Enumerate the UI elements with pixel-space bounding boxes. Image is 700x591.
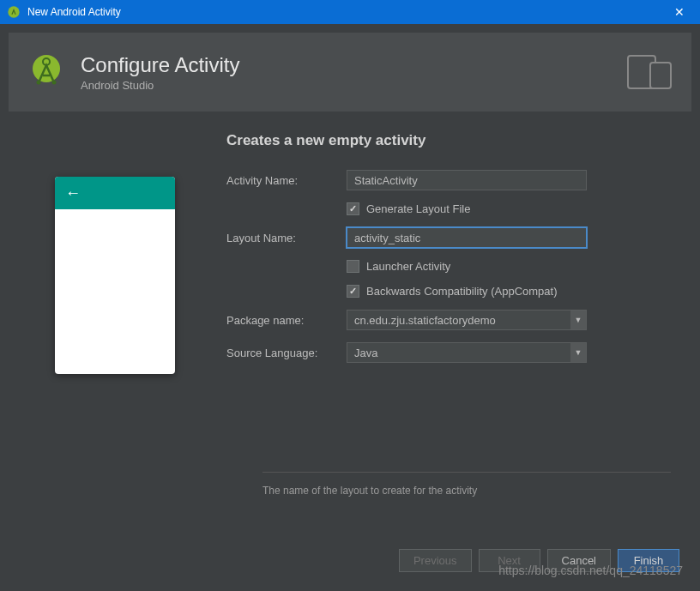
dialog-body: Configure Activity Android Studio ← Crea…	[0, 24, 700, 591]
hint-text: The name of the layout to create for the…	[262, 485, 671, 497]
package-name-value: cn.edu.zju.staticfactorydemo	[354, 314, 496, 327]
phone-preview-appbar: ←	[55, 177, 175, 209]
chevron-down-icon: ▼	[570, 343, 586, 362]
activity-name-input[interactable]	[347, 170, 587, 190]
finish-button[interactable]: Finish	[618, 549, 679, 572]
backwards-compat-label: Backwards Compatibility (AppCompat)	[366, 285, 558, 298]
layout-name-input[interactable]	[347, 227, 587, 248]
page-title: Configure Activity	[81, 53, 626, 77]
hint-section: The name of the layout to create for the…	[262, 472, 671, 497]
section-title: Creates a new empty activity	[226, 132, 671, 149]
dialog-header: Configure Activity Android Studio	[9, 33, 691, 112]
svg-point-2	[37, 81, 41, 85]
cancel-button[interactable]: Cancel	[547, 549, 611, 572]
generate-layout-checkbox[interactable]	[347, 202, 359, 215]
layout-name-label: Layout Name:	[226, 232, 347, 244]
package-name-label: Package name:	[226, 314, 347, 327]
package-name-select[interactable]: cn.edu.zju.staticfactorydemo ▼	[347, 310, 587, 330]
android-studio-logo-icon	[26, 51, 67, 93]
backwards-compat-checkbox[interactable]	[347, 285, 359, 298]
svg-rect-5	[650, 63, 671, 88]
svg-point-0	[8, 6, 19, 17]
source-language-label: Source Language:	[226, 347, 347, 359]
close-icon[interactable]: ✕	[666, 5, 693, 19]
titlebar: New Android Activity ✕	[0, 0, 700, 24]
android-studio-icon	[7, 5, 21, 19]
activity-name-label: Activity Name:	[226, 174, 347, 187]
chevron-down-icon: ▼	[570, 311, 586, 329]
back-arrow-icon: ←	[65, 184, 81, 202]
next-button[interactable]: Next	[479, 549, 540, 572]
page-subtitle: Android Studio	[81, 79, 626, 92]
window-title: New Android Activity	[27, 6, 666, 18]
source-language-value: Java	[354, 347, 377, 359]
generate-layout-label: Generate Layout File	[366, 202, 470, 215]
phone-preview: ←	[55, 177, 175, 374]
preview-pane: ←	[29, 132, 201, 540]
devices-icon	[626, 54, 674, 90]
previous-button[interactable]: Previous	[399, 549, 472, 572]
launcher-activity-label: Launcher Activity	[366, 260, 450, 273]
source-language-select[interactable]: Java ▼	[347, 342, 587, 363]
button-bar: Previous Next Cancel Finish	[399, 549, 679, 572]
launcher-activity-checkbox[interactable]	[347, 260, 359, 273]
svg-point-3	[52, 81, 57, 85]
